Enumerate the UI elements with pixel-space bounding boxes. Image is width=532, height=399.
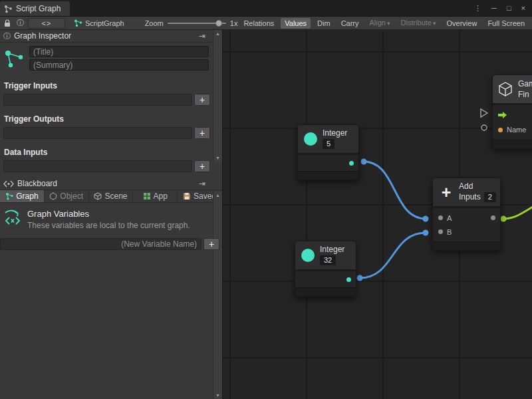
node-header[interactable]: + Add Inputs 2 bbox=[433, 178, 500, 208]
relations-toggle[interactable]: Relations bbox=[239, 18, 278, 29]
data-inputs-listbox[interactable] bbox=[3, 160, 192, 172]
scroll-up-icon[interactable]: ▲ bbox=[215, 193, 220, 198]
app-tab-icon bbox=[143, 192, 151, 200]
trigger-inputs-list: + bbox=[3, 94, 210, 106]
blackboard-header: Blackboard ⇥ bbox=[0, 178, 222, 190]
sum-output-port[interactable] bbox=[491, 215, 495, 220]
blackboard-title: Blackboard bbox=[17, 179, 57, 188]
port-row-b: B bbox=[433, 225, 500, 239]
node-header[interactable]: Gam Fin bbox=[493, 75, 532, 105]
info-icon[interactable]: ⓘ bbox=[15, 18, 25, 29]
code-view-button[interactable]: <> bbox=[28, 18, 65, 29]
wire-integer5-to-add-a[interactable] bbox=[364, 162, 426, 219]
info-icon: ⓘ bbox=[3, 31, 11, 41]
chevron-down-icon: ▾ bbox=[387, 20, 390, 27]
trigger-inputs-label: Trigger Inputs bbox=[0, 73, 222, 93]
add-trigger-output-button[interactable]: + bbox=[194, 127, 210, 139]
script-graph-asset-icon bbox=[74, 19, 82, 27]
blackboard-tabs: Graph Object Scene App Saved bbox=[0, 190, 222, 203]
integer-value-field[interactable]: 5 bbox=[323, 139, 334, 149]
overview-button[interactable]: Overview bbox=[443, 18, 481, 29]
graph-tab-icon bbox=[5, 192, 13, 200]
object-tab-icon bbox=[49, 192, 57, 200]
trigger-outputs-listbox[interactable] bbox=[3, 127, 192, 139]
node-title: Integer bbox=[323, 129, 347, 138]
window-menu-icon[interactable]: ⋮ bbox=[474, 4, 481, 13]
graph-asset-label[interactable]: ScriptGraph bbox=[74, 19, 124, 27]
pop-out-icon[interactable]: ⇥ bbox=[199, 179, 205, 188]
wire-add-output[interactable] bbox=[503, 204, 532, 219]
add-trigger-input-button[interactable]: + bbox=[194, 94, 210, 106]
graph-title-input[interactable] bbox=[29, 46, 209, 57]
node-find-partial[interactable]: Gam Fin Name bbox=[492, 74, 532, 149]
tab-graph[interactable]: Graph bbox=[0, 190, 45, 202]
node-body: A B bbox=[433, 208, 500, 241]
wire-endpoint bbox=[423, 230, 429, 236]
tab-app[interactable]: App bbox=[133, 190, 178, 202]
value-input-port[interactable] bbox=[481, 125, 487, 130]
minimize-icon[interactable]: ─ bbox=[491, 4, 497, 12]
new-variable-input[interactable] bbox=[0, 238, 201, 250]
name-port-label: Name bbox=[507, 126, 526, 134]
tab-object[interactable]: Object bbox=[45, 190, 89, 202]
control-input-port[interactable] bbox=[481, 109, 487, 117]
trigger-inputs-listbox[interactable] bbox=[3, 94, 192, 106]
tab-scene[interactable]: Scene bbox=[89, 190, 134, 202]
node-footer bbox=[295, 287, 356, 296]
graph-canvas[interactable]: Integer 5 Integer 32 bbox=[223, 30, 532, 399]
script-graph-tab-icon bbox=[4, 5, 13, 13]
zoom-value: 1x bbox=[230, 19, 238, 27]
sidebar: ⓘ Graph Inspector ⇥ Trigger Inputs + Tri… bbox=[0, 30, 223, 399]
node-header[interactable]: Integer 32 bbox=[295, 241, 356, 271]
zoom-slider-handle[interactable] bbox=[215, 20, 222, 27]
close-icon[interactable]: × bbox=[521, 4, 525, 12]
node-integer-5[interactable]: Integer 5 bbox=[297, 124, 359, 180]
script-graph-window-tab[interactable]: Script Graph bbox=[0, 1, 70, 16]
integer-output-port[interactable] bbox=[349, 161, 354, 166]
add-data-input-button[interactable]: + bbox=[194, 160, 210, 172]
scroll-up-icon[interactable]: ▲ bbox=[215, 31, 220, 36]
node-title: Integer bbox=[320, 245, 344, 254]
scroll-down-icon[interactable]: ▼ bbox=[215, 393, 220, 398]
graph-inspector-header: ⓘ Graph Inspector ⇥ bbox=[0, 30, 222, 43]
lock-icon[interactable] bbox=[2, 18, 13, 29]
graph-variables-icon bbox=[4, 209, 21, 226]
inputs-count-field[interactable]: 2 bbox=[484, 192, 496, 202]
gameobject-icon bbox=[498, 81, 513, 97]
node-header[interactable]: Integer 5 bbox=[298, 125, 358, 155]
dim-toggle[interactable]: Dim bbox=[313, 18, 334, 29]
full-screen-button[interactable]: Full Screen bbox=[483, 18, 529, 29]
node-body: Name bbox=[493, 105, 532, 140]
node-integer-32[interactable]: Integer 32 bbox=[295, 241, 356, 297]
values-toggle[interactable]: Values bbox=[281, 18, 311, 29]
inspector-scrollbar[interactable]: ▲ ▼ bbox=[213, 30, 222, 162]
port-b-label: B bbox=[447, 228, 452, 236]
name-input-port[interactable] bbox=[498, 128, 503, 132]
integer-icon bbox=[304, 132, 317, 146]
scroll-down-icon[interactable]: ▼ bbox=[215, 156, 220, 160]
graph-asset-name: ScriptGraph bbox=[85, 19, 124, 27]
data-inputs-label: Data Inputs bbox=[0, 140, 222, 160]
zoom-slider[interactable] bbox=[168, 23, 226, 24]
input-port-a[interactable] bbox=[438, 215, 443, 220]
control-flow-icon[interactable] bbox=[498, 111, 507, 119]
graph-icon bbox=[3, 49, 25, 68]
node-add[interactable]: + Add Inputs 2 A B bbox=[432, 178, 501, 251]
align-dropdown[interactable]: Align▾ bbox=[366, 17, 394, 29]
integer-output-port[interactable] bbox=[346, 277, 351, 282]
window-controls: ⋮ ─ □ × bbox=[467, 0, 532, 16]
carry-toggle[interactable]: Carry bbox=[337, 18, 363, 29]
wire-integer32-to-add-b[interactable] bbox=[360, 233, 426, 278]
wire-endpoint bbox=[501, 216, 507, 222]
wire-endpoint bbox=[361, 159, 367, 165]
maximize-icon[interactable]: □ bbox=[507, 4, 511, 12]
graph-variables-title: Graph Variables bbox=[27, 209, 190, 219]
distribute-dropdown[interactable]: Distribute▾ bbox=[397, 17, 440, 29]
add-variable-button[interactable]: + bbox=[203, 238, 219, 250]
input-port-b[interactable] bbox=[438, 229, 443, 234]
graph-summary-input[interactable] bbox=[29, 59, 209, 70]
blackboard-scrollbar[interactable]: ▲ ▼ bbox=[213, 192, 222, 399]
integer-value-field[interactable]: 32 bbox=[320, 255, 336, 265]
pop-out-icon[interactable]: ⇥ bbox=[199, 31, 205, 41]
inputs-label: Inputs bbox=[459, 193, 481, 201]
